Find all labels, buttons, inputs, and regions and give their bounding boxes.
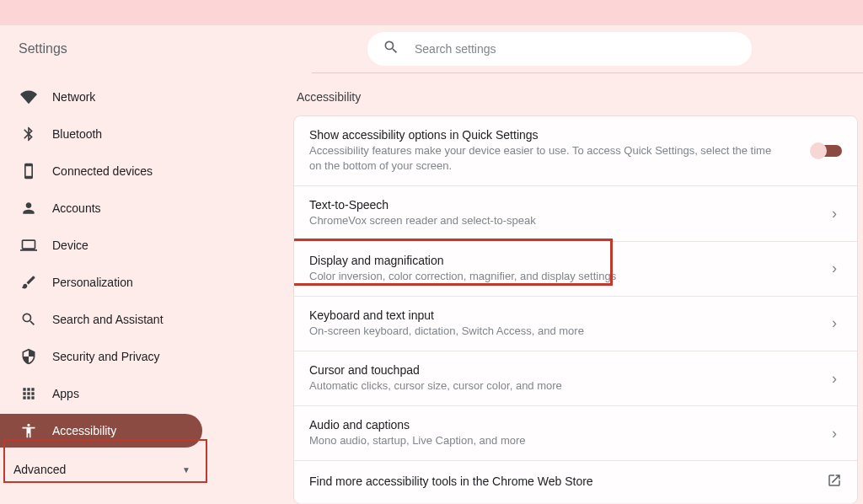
quick-settings-toggle[interactable] (813, 145, 842, 157)
accessibility-card: Show accessibility options in Quick Sett… (293, 115, 858, 503)
sidebar-item-bluetooth[interactable]: Bluetooth (0, 117, 202, 151)
sidebar-advanced[interactable]: Advanced ▼ (0, 453, 211, 486)
sidebar-item-label: Apps (52, 387, 79, 400)
sidebar-item-device[interactable]: Device (0, 228, 202, 262)
page-title: Settings (19, 41, 67, 56)
row-subtitle: Color inversion, color correction, magni… (309, 269, 793, 284)
chevron-right-icon: › (827, 205, 842, 223)
search-input[interactable] (415, 42, 737, 56)
sidebar-item-connected-devices[interactable]: Connected devices (0, 154, 202, 188)
chevron-right-icon: › (827, 425, 842, 442)
sidebar-item-accessibility[interactable]: Accessibility (0, 414, 202, 448)
bluetooth-icon (20, 126, 37, 142)
row-webstore-link[interactable]: Find more accessibility tools in the Chr… (294, 460, 857, 503)
laptop-icon (20, 237, 37, 254)
sidebar-advanced-label: Advanced (13, 463, 66, 476)
body: Network Bluetooth Connected devices Acco… (0, 73, 863, 503)
row-keyboard-text-input[interactable]: Keyboard and text input On-screen keyboa… (294, 296, 857, 351)
chevron-right-icon: › (827, 314, 842, 332)
header: Settings (0, 25, 863, 72)
row-title: Text-to-Speech (309, 198, 793, 212)
sidebar-item-label: Bluetooth (52, 127, 102, 141)
top-banner (0, 0, 863, 25)
row-cursor-touchpad[interactable]: Cursor and touchpad Automatic clicks, cu… (294, 351, 857, 405)
chevron-right-icon: › (827, 370, 842, 388)
sidebar-item-label: Search and Assistant (52, 313, 163, 326)
sidebar-item-network[interactable]: Network (0, 80, 202, 114)
search-icon (20, 311, 37, 328)
open-external-icon (827, 473, 842, 491)
sidebar-item-accounts[interactable]: Accounts (0, 191, 202, 225)
row-subtitle: Automatic clicks, cursor size, cursor co… (309, 378, 793, 394)
row-audio-captions[interactable]: Audio and captions Mono audio, startup, … (294, 405, 857, 460)
sidebar-item-label: Accounts (52, 201, 101, 215)
row-title: Cursor and touchpad (309, 363, 793, 377)
brush-icon (20, 274, 37, 291)
row-title: Find more accessibility tools in the Chr… (309, 475, 793, 488)
sidebar-item-search-assistant[interactable]: Search and Assistant (0, 303, 202, 336)
sidebar-item-label: Security and Privacy (52, 350, 160, 363)
shield-icon (20, 348, 37, 365)
row-title: Display and magnification (309, 254, 793, 267)
row-subtitle: On-screen keyboard, dictation, Switch Ac… (309, 324, 793, 339)
section-title: Accessibility (293, 90, 858, 104)
sidebar-item-personalization[interactable]: Personalization (0, 265, 202, 299)
chevron-down-icon: ▼ (182, 465, 190, 475)
content: Accessibility Show accessibility options… (211, 73, 863, 503)
search-icon (383, 39, 399, 59)
search-box[interactable] (367, 32, 752, 66)
accessibility-icon (20, 422, 37, 439)
row-subtitle: ChromeVox screen reader and select-to-sp… (309, 213, 793, 228)
sidebar-item-label: Connected devices (52, 164, 153, 178)
row-display-magnification[interactable]: Display and magnification Color inversio… (294, 241, 857, 296)
row-subtitle: Accessibility features make your device … (309, 143, 780, 174)
wifi-icon (20, 88, 37, 105)
row-subtitle: Mono audio, startup, Live Caption, and m… (309, 433, 793, 448)
row-title: Keyboard and text input (309, 308, 793, 322)
row-title: Audio and captions (309, 418, 793, 432)
sidebar-item-label: Personalization (52, 276, 133, 289)
apps-icon (20, 385, 37, 402)
row-text-to-speech[interactable]: Text-to-Speech ChromeVox screen reader a… (294, 185, 857, 240)
sidebar-item-security-privacy[interactable]: Security and Privacy (0, 340, 202, 373)
row-title: Show accessibility options in Quick Sett… (309, 128, 780, 142)
sidebar-item-label: Device (52, 239, 88, 252)
row-quick-settings[interactable]: Show accessibility options in Quick Sett… (294, 116, 857, 185)
person-icon (20, 200, 37, 217)
sidebar-item-label: Network (52, 90, 95, 104)
sidebar: Network Bluetooth Connected devices Acco… (0, 73, 211, 503)
sidebar-item-apps[interactable]: Apps (0, 377, 202, 410)
phone-icon (20, 163, 37, 180)
chevron-right-icon: › (827, 260, 842, 277)
sidebar-item-label: Accessibility (52, 424, 116, 437)
